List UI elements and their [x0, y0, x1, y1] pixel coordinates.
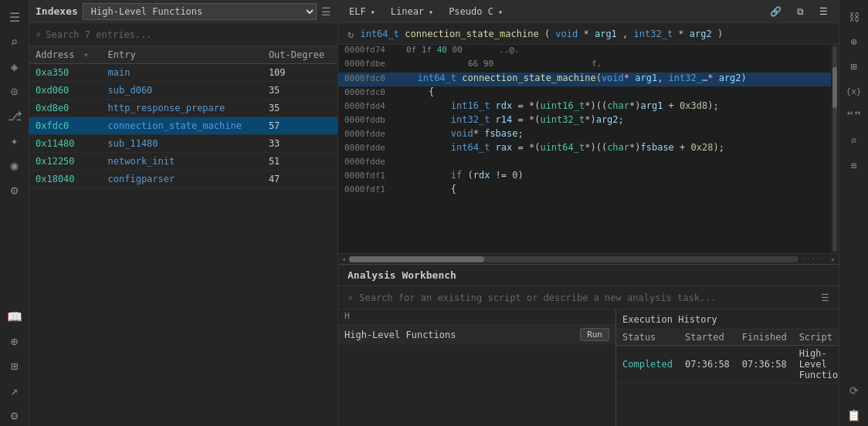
elf-button[interactable]: ELF: [344, 5, 380, 19]
code-line: 0000fdc0 {: [338, 86, 831, 100]
link-rs-icon[interactable]: ⛓: [843, 6, 865, 28]
split-toolbar-icon[interactable]: ⧉: [792, 5, 809, 19]
cell-outdegree: 109: [263, 64, 337, 82]
bug-icon[interactable]: ✦: [4, 130, 25, 151]
scripts-pane: H High-Level Functions Run: [338, 309, 616, 426]
indexes-header: Indexes High-Level Functions ☰: [29, 0, 337, 23]
code-line: 0000fdbe 66 90 f.: [338, 59, 831, 73]
lines-rs-icon[interactable]: ≡: [843, 154, 865, 176]
tag-icon[interactable]: ◈: [4, 56, 25, 77]
refresh-icon[interactable]: ↻: [348, 28, 354, 40]
cell-address: 0x18040: [29, 171, 102, 188]
history-col-script: Script: [793, 330, 839, 346]
cell-outdegree: 33: [263, 135, 337, 153]
code-toolbar: ELF Linear Pseudo C 🔗 ⧉ ☰: [338, 0, 839, 23]
book-icon[interactable]: 📖: [4, 306, 25, 327]
workbench-header: Analysis Workbench: [338, 265, 839, 286]
col-outdegree[interactable]: Out-Degree: [263, 46, 337, 64]
col-entry[interactable]: Entry: [102, 46, 263, 64]
grid-rs-icon[interactable]: ⊞: [843, 56, 865, 77]
cell-outdegree: 57: [263, 117, 337, 135]
code-line: 0000fdde void* fsbase;: [338, 128, 831, 142]
code-line-highlighted: 0000fdc0 int64_t connection_state_machin…: [338, 73, 831, 86]
table-row[interactable]: 0xfdc0 connection_state_machine 57: [29, 117, 337, 135]
workbench-menu-icon[interactable]: ☰: [821, 292, 829, 303]
script-name: High-Level Functions: [344, 330, 456, 340]
function-signature: int64_t connection_state_machine ( void …: [360, 29, 723, 39]
cell-address: 0xfdc0: [29, 117, 102, 135]
search-icon-workbench: ⌕: [348, 292, 353, 303]
export-icon[interactable]: ↗: [4, 380, 25, 401]
link-toolbar-icon[interactable]: 🔗: [765, 5, 786, 19]
cell-outdegree: 35: [263, 82, 337, 100]
cell-entry: sub_d060: [102, 82, 263, 100]
code-panel: ELF Linear Pseudo C 🔗 ⧉ ☰ ↻ int64_t conn…: [338, 0, 839, 264]
layers-rs-icon[interactable]: ⊕: [843, 31, 865, 52]
cell-outdegree: 47: [263, 171, 337, 188]
sort-arrow-address: ▾: [83, 49, 89, 60]
workbench-panel: Analysis Workbench ⌕ ☰ H High-Level Func…: [338, 264, 839, 426]
cell-address: 0x11480: [29, 135, 102, 153]
code-horizontal-scrollbar[interactable]: ◂ ····· ▸: [338, 253, 839, 264]
script-item[interactable]: High-Level Functions Run: [338, 325, 615, 344]
code-line: 0000fd74 0f 1f 40 00 ..@.: [338, 45, 831, 59]
col-address[interactable]: Address ▾: [29, 46, 102, 64]
indexes-title: Indexes: [36, 5, 78, 17]
settings-bottom-icon[interactable]: ⚙: [4, 404, 25, 426]
history-script: High-Level Functions: [793, 346, 839, 384]
history-header: Execution History: [616, 309, 839, 330]
cell-address: 0xd8e0: [29, 100, 102, 117]
code-line: 0000fddb int32_t r14 = *(uint32_t*)arg2;: [338, 114, 831, 128]
bulb-icon[interactable]: ◉: [4, 154, 25, 176]
menu-icon[interactable]: ☰: [4, 6, 25, 28]
history-col-finished: Finished: [736, 330, 793, 346]
code-vertical-scrollbar[interactable]: [831, 45, 839, 253]
right-sidebar: ⛓ ⊕ ⊞ {x} ❝❞ ⌕ ≡ ⟳ 📋: [839, 0, 868, 426]
search-rs-icon[interactable]: ⌕: [843, 130, 865, 151]
person-icon[interactable]: ⊙: [4, 80, 25, 102]
table-icon[interactable]: ⊞: [4, 355, 25, 377]
workbench-search-bar: ⌕ ☰: [338, 286, 839, 309]
workbench-search-input[interactable]: [359, 292, 815, 303]
table-row[interactable]: 0xa350 main 109: [29, 64, 337, 82]
scroll-right-icon[interactable]: ▸: [828, 255, 839, 263]
history-col-status: Status: [616, 330, 679, 346]
linear-button[interactable]: Linear: [386, 5, 438, 19]
history-pane: Execution History Status Started Finishe…: [616, 309, 839, 426]
zoom-icon[interactable]: ⊕: [4, 330, 25, 352]
cell-entry: http_response_prepare: [102, 100, 263, 117]
run-button[interactable]: Run: [580, 328, 609, 341]
cell-outdegree: 51: [263, 153, 337, 171]
code-line: 0000fdde int64_t rax = *(uint64_t*)((cha…: [338, 142, 831, 156]
search-icon-indexes: ⌕: [36, 29, 41, 40]
table-row[interactable]: 0xd8e0 http_response_prepare 35: [29, 100, 337, 117]
history-finished: 07:36:58: [736, 346, 793, 384]
search-icon[interactable]: ⌕: [4, 31, 25, 52]
workbench-title: Analysis Workbench: [348, 269, 456, 281]
code-line: 0000fdf1 {: [338, 184, 831, 198]
menu-toolbar-icon[interactable]: ☰: [815, 5, 832, 19]
table-row[interactable]: 0xd060 sub_d060 35: [29, 82, 337, 100]
table-row[interactable]: 0x18040 configparser 47: [29, 171, 337, 188]
graph-icon[interactable]: ⎇: [4, 105, 25, 127]
indexes-dropdown[interactable]: High-Level Functions: [83, 3, 317, 20]
history-rs-icon[interactable]: ⟳: [843, 380, 865, 401]
table-row[interactable]: 0x11480 sub_11480 33: [29, 135, 337, 153]
scripts-header: H: [338, 309, 615, 325]
robot-icon[interactable]: ⚙: [4, 179, 25, 201]
variable-rs-icon[interactable]: {x}: [843, 80, 865, 102]
pseudoc-button[interactable]: Pseudo C: [444, 5, 507, 19]
indexes-search-input[interactable]: [46, 29, 331, 40]
book-rs-icon[interactable]: 📋: [843, 404, 865, 426]
cell-entry: connection_state_machine: [102, 117, 263, 135]
indexes-menu-button[interactable]: ☰: [321, 5, 331, 18]
table-row[interactable]: 0x12250 network_init 51: [29, 153, 337, 171]
code-func-header: ↻ int64_t connection_state_machine ( voi…: [338, 23, 839, 45]
code-body[interactable]: 0000fd74 0f 1f 40 00 ..@. 0000fdbe 66 90…: [338, 45, 831, 253]
cell-entry: sub_11480: [102, 135, 263, 153]
quote-rs-icon[interactable]: ❝❞: [843, 105, 865, 127]
scroll-left-icon[interactable]: ◂: [338, 255, 349, 263]
cell-address: 0xa350: [29, 64, 102, 82]
history-status: Completed: [616, 346, 679, 384]
code-line: 0000fdde: [338, 156, 831, 170]
